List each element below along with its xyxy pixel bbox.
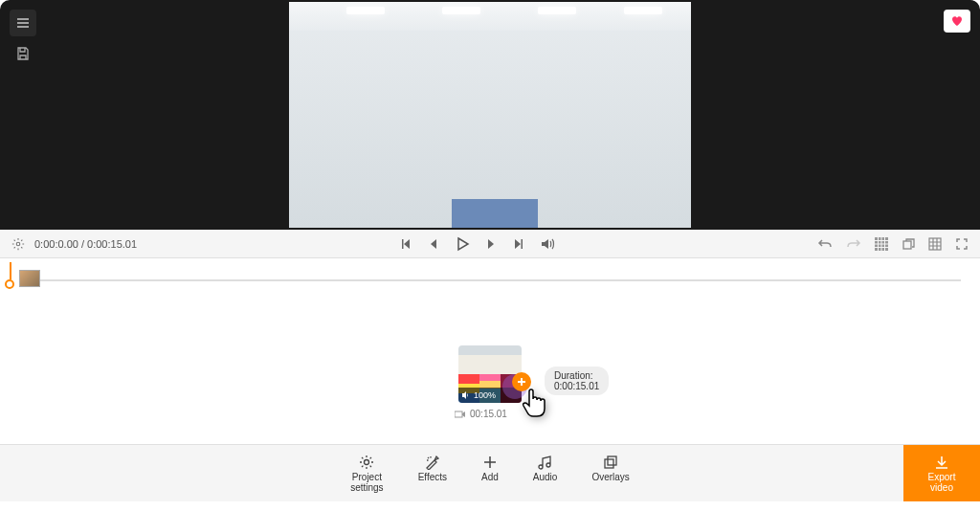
undo-button[interactable]	[817, 237, 833, 251]
save-icon	[15, 46, 31, 61]
playback-controls-bar: 0:00:0.00 / 0:00:15.01	[0, 230, 980, 258]
bottom-toolbar: Project settings Effects Add Audio Overl…	[0, 444, 980, 501]
volume-small-icon	[462, 391, 472, 399]
playback-time-display: 0:00:0.00 / 0:00:15.01	[34, 238, 137, 250]
grid-view-button[interactable]	[875, 237, 888, 251]
plus-icon	[482, 455, 498, 470]
play-icon	[455, 236, 470, 252]
overlays-button[interactable]: Overlays	[591, 455, 629, 493]
skip-start-button[interactable]	[399, 237, 412, 251]
cursor-pointer-icon	[520, 388, 550, 422]
skip-end-icon	[512, 237, 525, 251]
plus-icon	[517, 377, 526, 387]
clip-volume-label: 100%	[474, 390, 496, 400]
fullscreen-button[interactable]	[955, 237, 969, 251]
svg-point-0	[16, 242, 20, 246]
timeline-panel[interactable]	[0, 258, 980, 304]
grid-icon	[928, 237, 942, 251]
heart-icon	[950, 15, 964, 27]
favorite-button[interactable]	[944, 10, 970, 33]
audio-button[interactable]: Audio	[533, 455, 558, 493]
skip-start-icon	[399, 237, 412, 251]
effects-button[interactable]: Effects	[418, 455, 447, 493]
next-frame-icon	[485, 238, 497, 250]
undo-icon	[817, 237, 833, 251]
add-button[interactable]: Add	[481, 455, 499, 493]
project-settings-button[interactable]: Project settings	[350, 455, 383, 493]
music-note-icon	[538, 455, 553, 470]
effects-icon	[425, 455, 440, 470]
grid-button[interactable]	[928, 237, 942, 251]
media-bin: 100% 00:15.01 Duration: 0:00:15.01	[0, 304, 980, 444]
redo-icon	[846, 237, 861, 251]
svg-point-5	[365, 459, 369, 464]
camera-icon	[455, 411, 466, 418]
prev-frame-icon	[428, 238, 439, 250]
overlays-icon	[603, 455, 618, 470]
svg-rect-4	[455, 411, 462, 417]
next-frame-button[interactable]	[485, 238, 497, 250]
timeline-track[interactable]	[19, 279, 961, 281]
fullscreen-icon	[955, 237, 969, 251]
redo-button[interactable]	[846, 237, 861, 251]
media-clip[interactable]: 100% 00:15.01 Duration: 0:00:15.01	[458, 345, 522, 403]
clip-duration-label: 00:15.01	[470, 409, 507, 419]
copy-icon	[902, 237, 915, 251]
gear-icon	[11, 237, 25, 251]
duration-tooltip: Duration: 0:00:15.01	[545, 367, 609, 395]
export-video-button[interactable]: Export video	[903, 445, 980, 501]
svg-rect-3	[929, 238, 941, 250]
download-icon	[934, 455, 949, 470]
play-button[interactable]	[455, 236, 470, 252]
svg-rect-6	[605, 459, 613, 468]
volume-icon	[541, 237, 556, 251]
svg-rect-7	[608, 456, 616, 465]
hamburger-icon	[15, 15, 31, 31]
svg-rect-2	[903, 241, 911, 249]
grid-dense-icon	[875, 237, 888, 251]
timeline-clip[interactable]	[19, 270, 40, 287]
save-button[interactable]	[10, 40, 36, 67]
video-preview-panel	[0, 0, 980, 230]
skip-end-button[interactable]	[512, 237, 525, 251]
settings-button[interactable]	[11, 237, 25, 251]
prev-frame-button[interactable]	[428, 238, 439, 250]
playhead[interactable]	[5, 279, 14, 289]
volume-button[interactable]	[541, 237, 556, 251]
menu-button[interactable]	[10, 10, 36, 36]
gear-icon	[359, 455, 374, 470]
copy-button[interactable]	[902, 237, 915, 251]
video-preview[interactable]	[289, 2, 691, 228]
